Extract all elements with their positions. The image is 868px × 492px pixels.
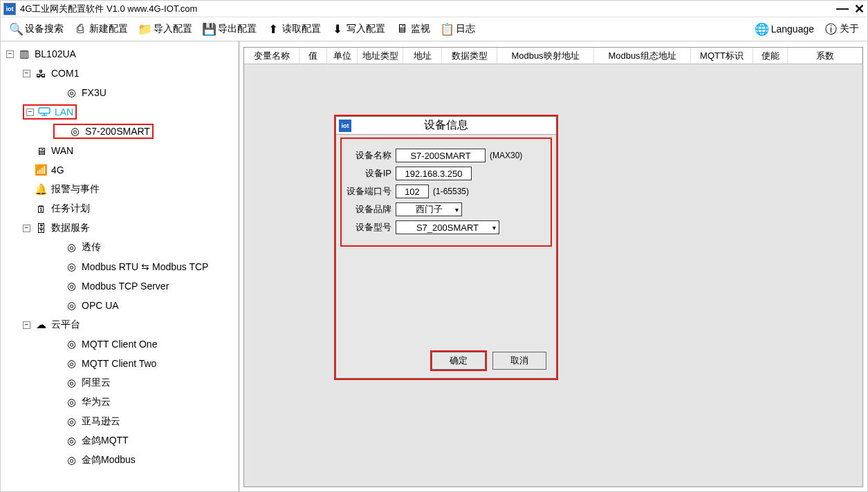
minimize-icon[interactable]: — — [836, 1, 849, 17]
device-name-label: 设备名称 — [346, 149, 391, 162]
device-info-dialog: iot 设备信息 设备名称 (MAX30) 设备IP 设备端口号 (1-6553… — [335, 116, 557, 379]
save-icon: 💾 — [202, 22, 216, 36]
download-icon: ⬇ — [331, 22, 344, 36]
device-port-input[interactable] — [396, 184, 429, 198]
device-ip-input[interactable] — [396, 167, 472, 180]
serial-icon: 🖧 — [33, 67, 48, 79]
new-icon: ⎙ — [73, 22, 87, 36]
monitor-icon: 🖥 — [395, 22, 409, 36]
col-factor[interactable]: 系数 — [788, 48, 862, 64]
tree-node-mqtt1[interactable]: ◎MQTT Client One — [1, 334, 239, 354]
search-icon: 🔍 — [9, 22, 23, 36]
gateway-icon: ▥ — [17, 48, 32, 60]
import-config-button[interactable]: 📁导入配置 — [133, 20, 196, 38]
collapse-icon[interactable]: − — [23, 225, 30, 232]
collapse-icon[interactable]: − — [23, 321, 30, 329]
device-icon: ◎ — [64, 338, 79, 350]
col-value[interactable]: 值 — [299, 48, 327, 64]
device-model-select[interactable]: S7_200SMART▾ — [396, 220, 499, 234]
collapse-icon[interactable]: − — [6, 50, 14, 58]
device-icon: ◎ — [64, 435, 79, 447]
tree-node-root[interactable]: −▥BL102UA — [1, 44, 239, 64]
tree-node-modbus-tcp[interactable]: ◎Modbus TCP Server — [1, 276, 239, 296]
device-brand-select[interactable]: 西门子▾ — [396, 202, 462, 216]
tree-node-lan[interactable]: − LAN — [1, 102, 239, 122]
device-name-hint: (MAX30) — [490, 151, 522, 160]
tree-node-task[interactable]: 🗓任务计划 — [1, 199, 239, 218]
tree-node-wan[interactable]: 🖥WAN — [1, 141, 239, 160]
collapse-icon[interactable]: − — [23, 70, 30, 77]
bell-icon: 🔔 — [33, 183, 48, 196]
database-icon: 🗄 — [33, 222, 48, 234]
dialog-title: iot 设备信息 — [336, 117, 556, 135]
device-icon: ◎ — [64, 396, 79, 408]
monitor-button[interactable]: 🖥监视 — [391, 20, 434, 38]
lan-icon — [37, 106, 52, 118]
device-port-label: 设备端口号 — [346, 185, 391, 198]
new-config-button[interactable]: ⎙新建配置 — [69, 20, 132, 38]
device-name-input[interactable] — [396, 149, 486, 162]
cancel-button[interactable]: 取消 — [492, 352, 546, 370]
log-icon: 📋 — [440, 22, 454, 36]
tree-node-cloud[interactable]: −☁云平台 — [1, 315, 239, 334]
wan-icon: 🖥 — [33, 144, 48, 157]
tree-node-aliyun[interactable]: ◎阿里云 — [1, 373, 239, 392]
write-config-button[interactable]: ⬇写入配置 — [326, 20, 389, 38]
device-icon: ◎ — [64, 415, 79, 428]
main-toolbar: 🔍设备搜索 ⎙新建配置 📁导入配置 💾导出配置 ⬆读取配置 ⬇写入配置 🖥监视 … — [1, 17, 867, 41]
app-logo-icon: iot — [339, 120, 351, 132]
device-icon: ◎ — [64, 86, 79, 99]
log-button[interactable]: 📋日志 — [436, 20, 479, 38]
tree-node-jinge-modbus[interactable]: ◎金鸽Modbus — [1, 451, 239, 470]
tree-node-passthrough[interactable]: ◎透传 — [1, 238, 239, 257]
app-logo-icon: iot — [3, 3, 16, 15]
col-modbus-map[interactable]: Modbus映射地址 — [497, 48, 594, 64]
read-config-button[interactable]: ⬆读取配置 — [262, 20, 325, 38]
chevron-down-icon: ▾ — [455, 206, 459, 214]
close-icon[interactable]: ✕ — [854, 1, 865, 17]
tree-node-4g[interactable]: 📶4G — [1, 160, 239, 180]
window-title: 4G工业网关配置软件 V1.0 www.4G-IOT.com — [20, 3, 197, 15]
ok-button[interactable]: 确定 — [432, 352, 486, 370]
cloud-icon: ☁ — [33, 319, 48, 331]
upload-icon: ⬆ — [266, 22, 280, 36]
col-mqtt[interactable]: MQTT标识 — [691, 48, 753, 64]
tree-node-huawei[interactable]: ◎华为云 — [1, 392, 239, 412]
tree-node-modbus-rtu-tcp[interactable]: ◎Modbus RTU ⇆ Modbus TCP — [1, 257, 239, 276]
tree-node-s7[interactable]: ◎S7-200SMART — [1, 122, 239, 141]
device-icon: ◎ — [64, 377, 79, 389]
language-button[interactable]: 🌐Language — [751, 20, 818, 38]
col-unit[interactable]: 单位 — [327, 48, 358, 64]
search-device-button[interactable]: 🔍设备搜索 — [5, 20, 68, 38]
tree-node-opcua[interactable]: ◎OPC UA — [1, 296, 239, 315]
collapse-icon[interactable]: − — [26, 108, 34, 116]
tree-node-fx3u[interactable]: ◎FX3U — [1, 83, 239, 102]
device-tree: −▥BL102UA −🖧COM1 ◎FX3U − LAN ◎S7-200SMAR… — [1, 41, 239, 491]
col-addr[interactable]: 地址 — [403, 48, 442, 64]
tree-node-aws[interactable]: ◎亚马逊云 — [1, 412, 239, 431]
about-button[interactable]: ⓘ关于 — [820, 20, 863, 38]
task-icon: 🗓 — [33, 202, 48, 215]
tree-node-com1[interactable]: −🖧COM1 — [1, 64, 239, 83]
antenna-icon: 📶 — [33, 164, 48, 176]
col-varname[interactable]: 变量名称 — [244, 48, 299, 64]
device-model-label: 设备型号 — [346, 221, 391, 234]
dialog-form: 设备名称 (MAX30) 设备IP 设备端口号 (1-65535) 设备品牌 西… — [340, 138, 552, 247]
window-titlebar: iot 4G工业网关配置软件 V1.0 www.4G-IOT.com — ✕ — [1, 1, 867, 17]
tree-node-jinge-mqtt[interactable]: ◎金鸽MQTT — [1, 431, 239, 451]
device-icon: ◎ — [64, 357, 79, 370]
folder-icon: 📁 — [138, 22, 151, 36]
tree-node-alarm[interactable]: 🔔报警与事件 — [1, 180, 239, 199]
col-addrtype[interactable]: 地址类型 — [358, 48, 403, 64]
device-brand-label: 设备品牌 — [346, 203, 391, 216]
table-header: 变量名称 值 单位 地址类型 地址 数据类型 Modbus映射地址 Modbus… — [244, 48, 862, 64]
device-icon: ◎ — [64, 241, 79, 254]
col-datatype[interactable]: 数据类型 — [442, 48, 497, 64]
tree-node-mqtt2[interactable]: ◎MQTT Client Two — [1, 354, 239, 373]
export-config-button[interactable]: 💾导出配置 — [198, 20, 261, 38]
col-modbus-cfg[interactable]: Modbus组态地址 — [594, 48, 691, 64]
info-icon: ⓘ — [824, 22, 838, 36]
device-icon: ◎ — [64, 299, 79, 312]
tree-node-dataservice[interactable]: −🗄数据服务 — [1, 218, 239, 238]
col-enable[interactable]: 使能 — [753, 48, 788, 64]
